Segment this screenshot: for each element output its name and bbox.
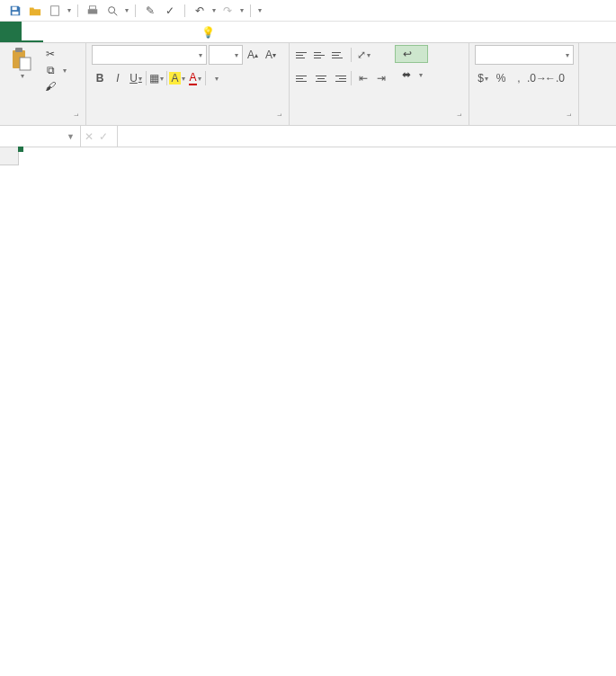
dropdown-icon[interactable]: ▾ bbox=[240, 6, 244, 14]
font-size-combo[interactable]: ▾ bbox=[209, 45, 243, 65]
dropdown-icon[interactable]: ▾ bbox=[125, 6, 129, 14]
comma-icon[interactable]: , bbox=[511, 68, 527, 88]
font-color-button[interactable]: A▾ bbox=[187, 68, 203, 88]
save-icon[interactable] bbox=[7, 3, 23, 19]
paste-icon bbox=[9, 47, 34, 72]
format-painter-button[interactable]: 🖌 bbox=[41, 79, 69, 93]
decrease-decimal-icon[interactable]: ←.0 bbox=[547, 68, 563, 88]
svg-rect-1 bbox=[13, 11, 19, 14]
orientation-icon[interactable]: ⤢▾ bbox=[355, 45, 371, 65]
border-button[interactable]: ▦▾ bbox=[148, 68, 165, 88]
preview-icon[interactable] bbox=[104, 3, 121, 19]
group-number: ▾ $▾ % , .0→ ←.0 bbox=[469, 43, 579, 125]
currency-icon[interactable]: $▾ bbox=[475, 68, 491, 88]
dropdown-icon[interactable]: ▾ bbox=[67, 6, 71, 14]
svg-rect-0 bbox=[13, 6, 17, 10]
open-icon[interactable] bbox=[27, 3, 43, 19]
group-label bbox=[295, 109, 463, 123]
merge-icon: ⬌ bbox=[400, 68, 413, 81]
svg-line-6 bbox=[114, 12, 118, 15]
group-label bbox=[5, 109, 80, 123]
copy-button[interactable]: ⧉▾ bbox=[41, 63, 69, 77]
tab-developer[interactable] bbox=[173, 22, 194, 42]
enter-icon[interactable]: ✓ bbox=[99, 130, 108, 143]
ribbon: ▾ ✂ ⧉▾ 🖌 ▾ ▾ A▴ A▾ B I U▾ ▦▾ bbox=[0, 43, 616, 126]
svg-rect-4 bbox=[90, 5, 96, 9]
phonetic-button[interactable]: ▾ bbox=[208, 68, 224, 88]
formula-bar: ▼ ✕ ✓ bbox=[0, 126, 616, 147]
redo-icon[interactable]: ↷ bbox=[219, 3, 236, 19]
undo-icon[interactable]: ↶ bbox=[192, 3, 208, 19]
tab-formulas[interactable] bbox=[86, 22, 108, 42]
bold-button[interactable]: B bbox=[92, 68, 108, 88]
brush-icon: 🖌 bbox=[44, 80, 57, 93]
align-top-icon[interactable] bbox=[295, 45, 311, 65]
svg-rect-2 bbox=[51, 5, 59, 15]
quick-access-toolbar: ▾ ▾ ✎ ✓ ↶ ▾ ↷ ▾ ▾ bbox=[0, 0, 616, 22]
wrap-text-button[interactable]: ↩ bbox=[395, 45, 428, 63]
group-label bbox=[475, 109, 573, 123]
svg-point-5 bbox=[109, 6, 115, 13]
svg-rect-8 bbox=[15, 48, 22, 52]
percent-icon[interactable]: % bbox=[493, 68, 509, 88]
align-center-icon[interactable] bbox=[313, 68, 329, 88]
increase-font-icon[interactable]: A▴ bbox=[245, 45, 261, 65]
align-left-icon[interactable] bbox=[295, 68, 311, 88]
tab-data[interactable] bbox=[108, 22, 129, 42]
name-box[interactable]: ▼ bbox=[0, 126, 81, 147]
dropdown-icon[interactable]: ▾ bbox=[212, 6, 216, 14]
tab-insert[interactable] bbox=[43, 22, 65, 42]
ribbon-tabs: 💡 bbox=[0, 22, 616, 43]
fill-color-button[interactable]: A▾ bbox=[169, 68, 185, 88]
italic-button[interactable]: I bbox=[110, 68, 126, 88]
cut-button[interactable]: ✂ bbox=[41, 47, 69, 61]
group-label bbox=[92, 109, 283, 123]
align-bottom-icon[interactable] bbox=[331, 45, 347, 65]
bulb-icon: 💡 bbox=[201, 22, 215, 43]
paste-button[interactable]: ▾ bbox=[5, 45, 38, 82]
tab-view[interactable] bbox=[151, 22, 173, 42]
group-alignment: ⤢▾ ⇤ ⇥ ↩ ⬌▾ bbox=[290, 43, 469, 125]
formula-input[interactable] bbox=[118, 126, 616, 147]
svg-rect-3 bbox=[88, 9, 98, 13]
tell-me[interactable]: 💡 bbox=[194, 22, 226, 42]
wrap-icon: ↩ bbox=[401, 48, 414, 60]
tab-file[interactable] bbox=[0, 22, 22, 42]
tab-review[interactable] bbox=[129, 22, 151, 42]
attach-icon[interactable]: ✎ bbox=[142, 3, 158, 19]
cut-icon: ✂ bbox=[44, 48, 57, 60]
align-middle-icon[interactable] bbox=[313, 45, 329, 65]
worksheet bbox=[0, 147, 616, 165]
align-right-icon[interactable] bbox=[331, 68, 347, 88]
tab-home[interactable] bbox=[22, 22, 43, 42]
svg-rect-9 bbox=[20, 58, 31, 70]
quickprint-icon[interactable] bbox=[85, 3, 101, 19]
increase-indent-icon[interactable]: ⇥ bbox=[373, 68, 389, 88]
tab-layout[interactable] bbox=[65, 22, 86, 42]
group-clipboard: ▾ ✂ ⧉▾ 🖌 bbox=[0, 43, 86, 125]
font-name-combo[interactable]: ▾ bbox=[92, 45, 207, 65]
copy-icon: ⧉ bbox=[44, 64, 57, 76]
number-format-combo[interactable]: ▾ bbox=[475, 45, 574, 65]
select-all-corner[interactable] bbox=[0, 147, 19, 165]
cancel-icon[interactable]: ✕ bbox=[85, 130, 94, 143]
new-icon[interactable] bbox=[47, 3, 63, 19]
decrease-indent-icon[interactable]: ⇤ bbox=[355, 68, 371, 88]
increase-decimal-icon[interactable]: .0→ bbox=[529, 68, 545, 88]
merge-button[interactable]: ⬌▾ bbox=[395, 67, 428, 83]
spell-icon[interactable]: ✓ bbox=[162, 3, 178, 19]
customize-qat-icon[interactable]: ▾ bbox=[258, 6, 262, 14]
underline-button[interactable]: U▾ bbox=[128, 68, 144, 88]
group-font: ▾ ▾ A▴ A▾ B I U▾ ▦▾ A▾ A▾ ▾ bbox=[86, 43, 290, 125]
decrease-font-icon[interactable]: A▾ bbox=[263, 45, 279, 65]
